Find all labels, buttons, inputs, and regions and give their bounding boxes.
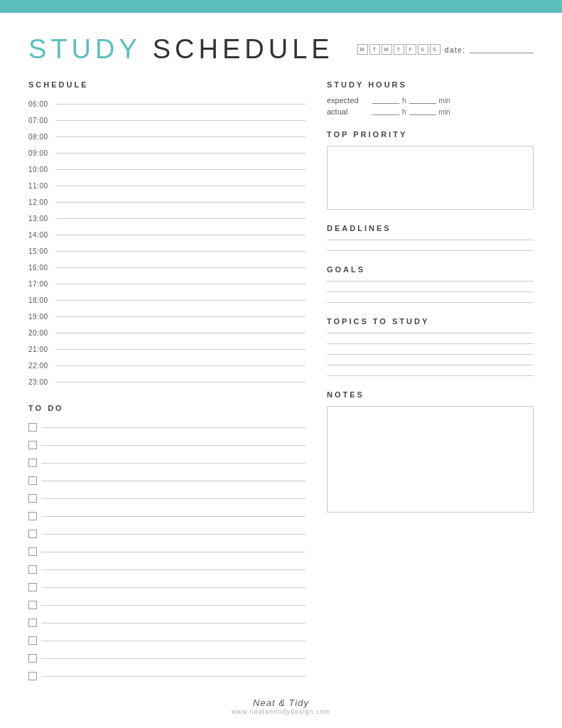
time-line[interactable]	[55, 153, 306, 154]
todo-checkbox[interactable]	[28, 547, 37, 556]
time-row: 07:00	[28, 112, 306, 128]
expected-h-input[interactable]	[372, 97, 399, 104]
day-box[interactable]: S	[418, 44, 428, 55]
todo-checkbox[interactable]	[28, 565, 37, 574]
time-line[interactable]	[55, 120, 306, 121]
time-row: 15:00	[28, 243, 306, 259]
h-label: h	[402, 97, 406, 105]
todo-line[interactable]	[41, 534, 306, 535]
todo-line[interactable]	[41, 623, 306, 623]
time-line[interactable]	[55, 136, 306, 137]
time-line[interactable]	[55, 316, 306, 317]
time-line[interactable]	[55, 169, 306, 170]
todo-line[interactable]	[41, 569, 306, 570]
todo-checkbox[interactable]	[28, 494, 37, 503]
time-label: 08:00	[28, 133, 55, 141]
todo-checkbox[interactable]	[28, 476, 37, 485]
time-row: 12:00	[28, 194, 306, 210]
time-line[interactable]	[55, 333, 306, 333]
date-line[interactable]	[470, 46, 534, 53]
expected-min-input[interactable]	[409, 97, 436, 104]
time-line[interactable]	[55, 251, 306, 252]
topic-line[interactable]	[327, 354, 534, 355]
day-box[interactable]: W	[382, 44, 392, 55]
todo-checkbox[interactable]	[28, 619, 37, 627]
todo-line[interactable]	[41, 641, 306, 641]
todo-checkbox[interactable]	[28, 672, 37, 680]
todo-checkbox[interactable]	[28, 636, 37, 645]
deadline-line[interactable]	[327, 250, 534, 251]
day-box[interactable]: M	[357, 44, 368, 55]
todo-checkbox[interactable]	[28, 583, 37, 592]
notes-section: NOTES	[327, 390, 534, 513]
top-priority-title: TOP PRIORITY	[327, 130, 534, 139]
topic-line[interactable]	[327, 375, 534, 376]
schedule-section: SCHEDULE 06:0007:0008:0009:0010:0011:001…	[28, 80, 306, 390]
deadlines-title: DEADLINES	[327, 224, 534, 232]
priority-box[interactable]	[327, 146, 534, 210]
topic-line[interactable]	[327, 333, 534, 333]
todo-checkbox[interactable]	[28, 530, 37, 538]
time-rows: 06:0007:0008:0009:0010:0011:0012:0013:00…	[28, 96, 306, 390]
goal-line[interactable]	[327, 281, 534, 282]
todo-line[interactable]	[41, 481, 306, 481]
topic-line[interactable]	[327, 365, 534, 365]
todo-line[interactable]	[41, 605, 306, 606]
time-line[interactable]	[55, 235, 306, 235]
goal-line[interactable]	[327, 302, 534, 303]
todo-row	[28, 473, 306, 488]
time-line[interactable]	[55, 186, 306, 186]
todo-checkbox[interactable]	[28, 423, 37, 432]
time-label: 11:00	[28, 182, 55, 190]
todo-row	[28, 544, 306, 560]
brand-url: www.neatandtidydesign.com	[28, 708, 534, 715]
time-row: 09:00	[28, 145, 306, 161]
day-box[interactable]: T	[369, 44, 380, 55]
time-line[interactable]	[55, 267, 306, 268]
day-box[interactable]: F	[406, 44, 416, 55]
time-label: 22:00	[28, 362, 55, 370]
goal-line[interactable]	[327, 291, 534, 292]
topic-line[interactable]	[327, 343, 534, 344]
time-row: 16:00	[28, 259, 306, 275]
time-line[interactable]	[55, 202, 306, 203]
day-box[interactable]: S	[430, 44, 441, 55]
day-box[interactable]: T	[394, 44, 404, 55]
todo-line[interactable]	[41, 427, 306, 428]
actual-h-input[interactable]	[372, 108, 399, 115]
actual-min-input[interactable]	[409, 108, 436, 115]
time-row: 20:00	[28, 325, 306, 341]
todo-line[interactable]	[41, 552, 306, 552]
time-line[interactable]	[55, 218, 306, 219]
time-label: 07:00	[28, 117, 55, 124]
todo-line[interactable]	[41, 658, 306, 659]
todo-line[interactable]	[41, 516, 306, 517]
todo-checkbox[interactable]	[28, 441, 37, 449]
study-hours-section: STUDY HOURS expected h min actual h min	[327, 80, 534, 116]
min-label: min	[439, 97, 450, 105]
todo-row	[28, 526, 306, 542]
time-line[interactable]	[55, 365, 306, 366]
time-line[interactable]	[55, 300, 306, 301]
time-row: 23:00	[28, 374, 306, 390]
time-label: 12:00	[28, 198, 55, 206]
todo-checkbox[interactable]	[28, 512, 37, 520]
time-label: 10:00	[28, 166, 55, 173]
time-line[interactable]	[55, 104, 306, 105]
time-row: 08:00	[28, 129, 306, 144]
todo-checkbox[interactable]	[28, 601, 37, 609]
todo-line[interactable]	[41, 676, 306, 677]
time-line[interactable]	[55, 284, 306, 284]
todo-line[interactable]	[41, 445, 306, 446]
notes-box[interactable]	[327, 406, 534, 513]
todo-checkbox[interactable]	[28, 459, 37, 467]
todo-line[interactable]	[41, 587, 306, 588]
todo-line[interactable]	[41, 463, 306, 464]
todo-row	[28, 597, 306, 613]
todo-checkbox[interactable]	[28, 654, 37, 663]
todo-rows	[28, 419, 306, 684]
deadline-line[interactable]	[327, 240, 534, 240]
todo-line[interactable]	[41, 498, 306, 499]
time-line[interactable]	[55, 349, 306, 350]
time-line[interactable]	[55, 382, 306, 382]
